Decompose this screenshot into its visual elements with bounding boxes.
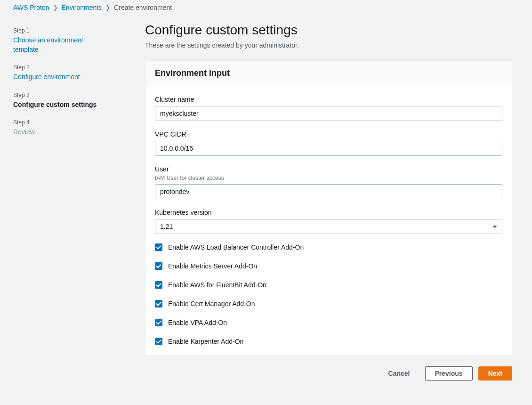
cluster-name-input[interactable]: [155, 106, 502, 121]
step-2[interactable]: Step 2 Configure environment: [13, 59, 107, 87]
addon-label: Enable Metrics Server Add-On: [168, 262, 257, 270]
addon-checkbox-cert-manager[interactable]: [155, 300, 162, 308]
environment-input-panel: Environment input Cluster name VPC CIDR …: [145, 60, 512, 355]
addon-label: Enable Cert Manager Add-On: [168, 300, 255, 308]
chevron-right-icon: ❯: [105, 4, 110, 11]
breadcrumb-current: Create environment: [114, 4, 172, 11]
cancel-button[interactable]: Cancel: [379, 366, 419, 381]
breadcrumb: AWS Proton ❯ Environments ❯ Create envir…: [0, 0, 532, 15]
step-number: Step 1: [13, 27, 107, 34]
previous-button[interactable]: Previous: [425, 366, 473, 381]
k8s-version-label: Kubernetes version: [155, 209, 502, 216]
breadcrumb-link-aws-proton[interactable]: AWS Proton: [13, 4, 49, 11]
vpc-cidr-input[interactable]: [155, 141, 502, 156]
k8s-version-select[interactable]: 1.21: [155, 219, 502, 234]
step-title: Configure custom settings: [13, 100, 107, 110]
vpc-cidr-label: VPC CIDR: [155, 130, 502, 138]
cluster-name-label: Cluster name: [155, 96, 502, 103]
addon-label: Enable AWS Load Balancer Controller Add-…: [168, 243, 304, 251]
page-title: Configure custom settings: [145, 23, 512, 38]
addon-checkbox-vpa[interactable]: [155, 319, 162, 326]
step-3: Step 3 Configure custom settings: [13, 87, 107, 115]
wizard-footer: Cancel Previous Next: [145, 364, 512, 390]
addon-checkbox-lb-controller[interactable]: [155, 243, 162, 251]
panel-title: Environment input: [155, 68, 502, 78]
user-label: User: [155, 165, 502, 173]
user-hint: IAM User for cluster access: [155, 175, 502, 181]
step-title: Configure environment: [13, 73, 107, 82]
step-number: Step 4: [13, 119, 107, 126]
addon-label: Enable VPA Add-On: [168, 319, 227, 326]
wizard-steps-sidebar: Step 1 Choose an environment template St…: [13, 23, 107, 390]
step-title: Review: [13, 128, 107, 137]
addon-label: Enable AWS for FluentBit Add-On: [168, 281, 266, 289]
caret-down-icon: [492, 226, 497, 228]
page-subtitle: These are the settings created by your a…: [145, 41, 512, 49]
step-4: Step 4 Review: [13, 114, 107, 142]
addon-label: Enable Karpenter Add-On: [168, 338, 243, 345]
addon-checkbox-karpenter[interactable]: [155, 338, 162, 345]
step-1[interactable]: Step 1 Choose an environment template: [13, 23, 107, 59]
k8s-version-value: 1.21: [160, 223, 173, 230]
step-title: Choose an environment template: [13, 36, 107, 54]
addon-checkbox-fluentbit[interactable]: [155, 281, 162, 289]
user-input[interactable]: [155, 184, 502, 199]
step-number: Step 3: [13, 92, 107, 98]
breadcrumb-link-environments[interactable]: Environments: [62, 4, 102, 11]
chevron-right-icon: ❯: [53, 4, 58, 11]
addon-checkbox-metrics-server[interactable]: [155, 262, 162, 270]
next-button[interactable]: Next: [478, 366, 512, 381]
step-number: Step 2: [13, 64, 107, 71]
